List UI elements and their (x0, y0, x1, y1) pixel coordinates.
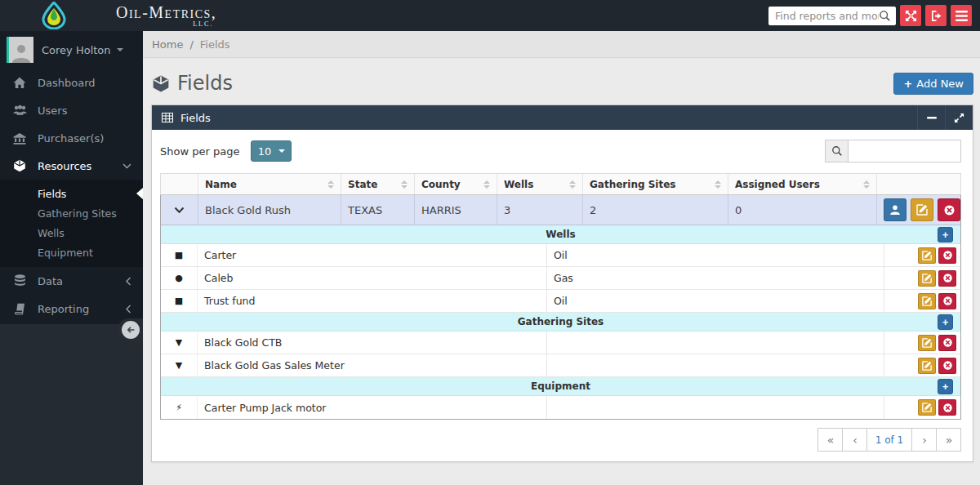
lightning-bolt-icon: ⚡ (161, 396, 198, 419)
edit-button[interactable] (918, 247, 936, 264)
panel-tools (917, 105, 973, 130)
sidebar-subitem-gathering-sites[interactable]: Gathering Sites (0, 203, 143, 223)
equipment-type (546, 396, 884, 419)
expanded-row-group: Black Gold Rush TEXAS HARRIS 3 2 0 (160, 195, 961, 420)
pagination-first-button[interactable]: « (817, 428, 843, 452)
header-expander-column (161, 174, 198, 194)
well-type: Oil (546, 244, 884, 266)
column-label: Wells (504, 179, 533, 190)
row-expander[interactable] (161, 195, 198, 225)
sign-out-icon (930, 10, 942, 22)
arrow-left-circle-icon (122, 321, 140, 339)
add-gathering-site-button[interactable]: + (938, 314, 953, 330)
sidebar-item-data[interactable]: Data (0, 267, 143, 295)
search-icon[interactable] (879, 10, 891, 22)
add-new-button[interactable]: + Add New (893, 73, 973, 95)
pagination-prev-button[interactable]: ‹ (842, 428, 867, 452)
table-search (825, 140, 961, 162)
edit-button[interactable] (918, 293, 936, 309)
menu-toggle-button[interactable] (951, 5, 972, 26)
delete-button[interactable] (938, 293, 956, 309)
triangle-down-icon: ▼ (161, 331, 198, 354)
column-header-state[interactable]: State (341, 174, 414, 194)
page-title: Fields (152, 72, 233, 95)
oil-well-square-icon: ■ (161, 244, 198, 266)
edit-button[interactable] (918, 270, 936, 287)
sort-icon (483, 180, 490, 189)
pagination-current-page: 1 of 1 (866, 428, 912, 452)
sidebar-item-reporting[interactable]: Reporting (0, 295, 143, 323)
top-header: Oil-Metrics, LLC. (0, 0, 980, 31)
edit-button[interactable] (918, 335, 936, 351)
per-page-value: 10 (258, 145, 272, 158)
cell-state: TEXAS (341, 195, 414, 225)
table-row-black-gold-rush: Black Gold Rush TEXAS HARRIS 3 2 0 (161, 195, 960, 225)
pagination-next-button[interactable]: › (911, 428, 937, 452)
column-header-name[interactable]: Name (198, 174, 341, 194)
sub-row-actions (884, 331, 960, 354)
column-label: Name (205, 179, 237, 190)
sub-row-actions (884, 354, 960, 376)
sidebar-subitem-equipment[interactable]: Equipment (0, 242, 143, 262)
show-per-page-label: Show per page (160, 145, 239, 158)
table-search-input[interactable] (849, 140, 961, 162)
panel-expand-button[interactable] (945, 105, 973, 130)
edit-button[interactable] (918, 358, 936, 374)
sort-icon (401, 180, 408, 189)
well-name: Carter (198, 244, 546, 266)
sidebar-subitem-wells[interactable]: Wells (0, 223, 143, 242)
sidebar-item-users[interactable]: Users (0, 96, 143, 124)
sort-icon (863, 180, 870, 189)
fields-panel: Fields Show per page 10 (151, 105, 973, 462)
cell-assigned-users: 0 (728, 195, 876, 225)
add-equipment-button[interactable]: + (938, 379, 953, 394)
cell-county: HARRIS (414, 195, 497, 225)
subitem-label: Wells (38, 227, 65, 239)
cell-gathering-sites: 2 (582, 195, 728, 225)
users-icon (12, 105, 27, 116)
delete-button[interactable] (938, 270, 956, 287)
delete-button[interactable] (938, 247, 956, 264)
sub-row-actions (884, 267, 960, 289)
section-title: Gathering Sites (518, 316, 604, 327)
assign-user-button[interactable] (884, 198, 906, 221)
logout-button[interactable] (925, 5, 947, 26)
main-content: Home / Fields Fields + Add New (143, 31, 980, 485)
cell-name: Black Gold Rush (198, 195, 341, 225)
pagination-last-button[interactable]: » (936, 428, 961, 452)
fullscreen-button[interactable] (900, 5, 921, 26)
sidebar-collapse-button[interactable] (118, 318, 143, 341)
page-header: Fields + Add New (143, 58, 980, 105)
well-type: Gas (546, 267, 884, 289)
column-header-county[interactable]: County (414, 174, 497, 194)
chevron-left-icon (126, 305, 131, 314)
sidebar-subitem-fields[interactable]: Fields (0, 184, 143, 203)
per-page-select[interactable]: 10 (251, 140, 292, 162)
gathering-site-name: Black Gold CTB (198, 331, 546, 354)
breadcrumb-home-link[interactable]: Home (152, 38, 183, 51)
delete-button[interactable] (938, 399, 956, 416)
chevron-down-icon (122, 163, 131, 169)
breadcrumb-current: Fields (200, 38, 230, 51)
column-header-gathering-sites[interactable]: Gathering Sites (582, 174, 728, 194)
user-menu[interactable]: Corey Holton (0, 31, 143, 69)
sidebar-item-purchasers[interactable]: Purchaser(s) (0, 124, 143, 152)
global-search-input[interactable] (775, 10, 879, 22)
sort-icon (715, 180, 721, 189)
column-header-assigned-users[interactable]: Assigned Users (728, 174, 876, 194)
header-actions-column (876, 174, 960, 194)
panel-body: Show per page 10 (152, 130, 973, 461)
edit-button[interactable] (911, 198, 933, 221)
column-header-wells[interactable]: Wells (497, 174, 582, 194)
panel-minimize-button[interactable] (917, 105, 945, 130)
sidebar-item-resources[interactable]: Resources (0, 152, 143, 180)
sidebar-item-label: Purchaser(s) (38, 132, 104, 145)
delete-button[interactable] (938, 358, 956, 374)
sort-icon (569, 180, 576, 189)
edit-button[interactable] (918, 399, 936, 416)
brand: Oil-Metrics, LLC. (0, 0, 245, 31)
delete-button[interactable] (938, 198, 960, 221)
delete-button[interactable] (938, 335, 956, 351)
sidebar-item-dashboard[interactable]: Dashboard (0, 69, 143, 96)
add-well-button[interactable]: + (938, 227, 953, 242)
